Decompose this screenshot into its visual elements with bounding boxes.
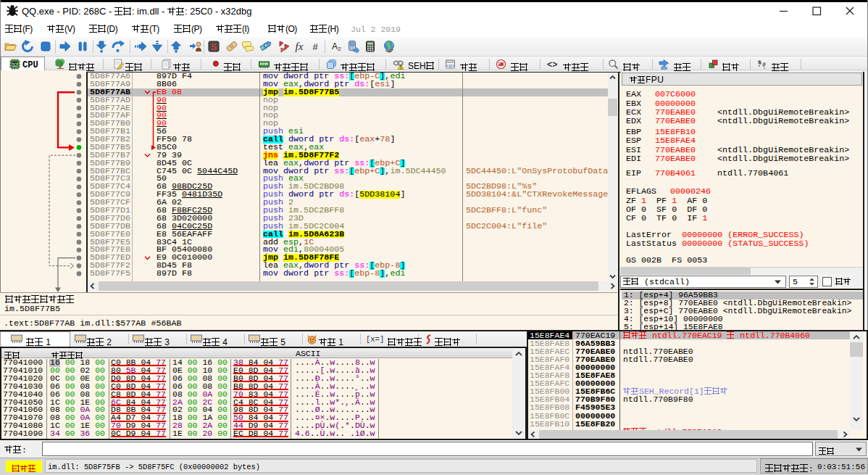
svg-text:S: S <box>211 42 217 52</box>
svg-text:32: 32 <box>12 62 18 67</box>
svg-text:fx: fx <box>296 41 304 52</box>
svg-text:!: ! <box>400 65 401 70</box>
svg-text:2: 2 <box>338 46 341 52</box>
svg-text:<o>: <o> <box>446 63 455 69</box>
svg-text:A: A <box>332 41 338 51</box>
svg-text:#: # <box>312 41 318 52</box>
